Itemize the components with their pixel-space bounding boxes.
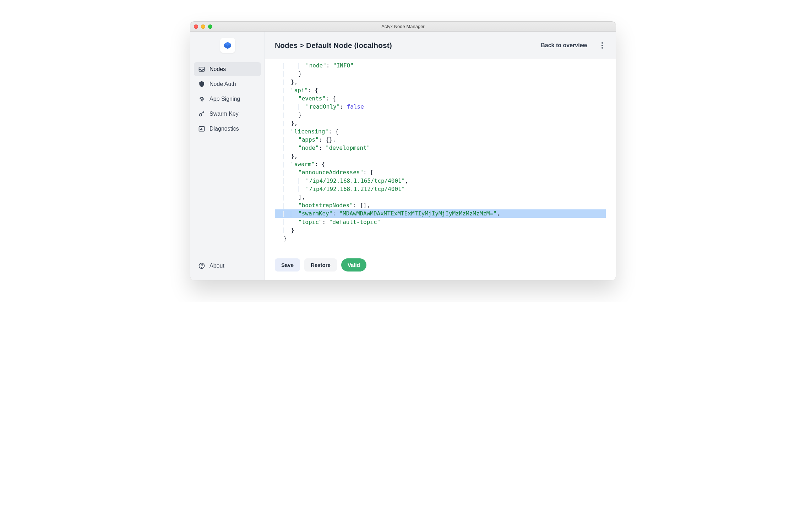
code-line[interactable]: "/ip4/192.168.1.165/tcp/4001",: [275, 177, 606, 185]
main: Nodes > Default Node (localhost) Back to…: [265, 32, 616, 280]
code-line[interactable]: "topic": "default-topic": [275, 218, 606, 226]
sidebar-item-about[interactable]: About: [194, 259, 261, 273]
logo-wrap: [194, 38, 261, 53]
code-line[interactable]: "apps": {},: [275, 136, 606, 144]
sidebar-item-swarm-key[interactable]: Swarm Key: [194, 107, 261, 121]
svg-point-1: [199, 114, 202, 116]
content: "node": "INFO"}},"api": {"events": {"rea…: [265, 59, 616, 280]
code-line[interactable]: "api": {: [275, 86, 606, 94]
code-line[interactable]: }: [275, 226, 606, 234]
sidebar-item-label: App Signing: [209, 96, 240, 102]
app-window: Actyx Node Manager NodesNode AuthApp Sig…: [190, 21, 616, 280]
code-line[interactable]: }: [275, 70, 606, 78]
code-line[interactable]: "licensing": {: [275, 127, 606, 136]
sidebar-item-label: Diagnostics: [209, 126, 239, 132]
app-body: NodesNode AuthApp SigningSwarm KeyDiagno…: [190, 32, 616, 280]
titlebar: Actyx Node Manager: [190, 22, 616, 32]
button-row: Save Restore Valid: [275, 258, 606, 272]
code-line[interactable]: "readOnly": false: [275, 103, 606, 111]
valid-badge: Valid: [341, 258, 366, 272]
code-line[interactable]: },: [275, 119, 606, 127]
sidebar-item-label: Node Auth: [209, 81, 236, 87]
header: Nodes > Default Node (localhost) Back to…: [265, 32, 616, 59]
header-right: Back to overview: [541, 42, 606, 49]
help-icon: [198, 262, 205, 269]
save-button[interactable]: Save: [275, 258, 300, 272]
sidebar-item-app-signing[interactable]: App Signing: [194, 92, 261, 106]
breadcrumb: Nodes > Default Node (localhost): [275, 41, 392, 50]
key-icon: [198, 110, 205, 117]
code-line[interactable]: "events": {: [275, 94, 606, 103]
inbox-icon: [198, 66, 205, 73]
shield-icon: [198, 81, 205, 88]
chart-icon: [198, 125, 205, 132]
code-line[interactable]: "swarmKey": "MDAwMDAwMDAxMTExMTExMTIyMjI…: [275, 209, 606, 218]
back-to-overview-link[interactable]: Back to overview: [541, 42, 587, 49]
actyx-logo-icon: [223, 41, 232, 50]
fingerprint-icon: [198, 95, 205, 103]
code-line[interactable]: "swarm": {: [275, 160, 606, 168]
sidebar-item-node-auth[interactable]: Node Auth: [194, 77, 261, 91]
code-line[interactable]: },: [275, 78, 606, 86]
code-line[interactable]: ],: [275, 193, 606, 201]
window-title: Actyx Node Manager: [190, 24, 616, 29]
sidebar-item-label: Nodes: [209, 66, 226, 72]
code-line[interactable]: }: [275, 111, 606, 119]
code-line[interactable]: "/ip4/192.168.1.212/tcp/4001": [275, 185, 606, 193]
sidebar-item-label: Swarm Key: [209, 111, 239, 117]
sidebar-item-nodes[interactable]: Nodes: [194, 62, 261, 76]
app-logo: [220, 38, 235, 53]
code-line[interactable]: },: [275, 152, 606, 160]
code-line[interactable]: "announceAddresses": [: [275, 168, 606, 176]
nav-spacer: [194, 136, 261, 259]
code-line[interactable]: }: [275, 234, 606, 242]
kebab-menu-icon[interactable]: [599, 42, 606, 49]
code-line[interactable]: "node": "INFO": [275, 61, 606, 70]
json-editor[interactable]: "node": "INFO"}},"api": {"events": {"rea…: [275, 59, 606, 252]
svg-point-4: [201, 267, 202, 268]
sidebar: NodesNode AuthApp SigningSwarm KeyDiagno…: [190, 32, 265, 280]
sidebar-item-label: About: [209, 263, 224, 269]
code-line[interactable]: "node": "development": [275, 144, 606, 152]
restore-button[interactable]: Restore: [304, 258, 337, 272]
code-line[interactable]: "bootstrapNodes": [],: [275, 201, 606, 209]
sidebar-item-diagnostics[interactable]: Diagnostics: [194, 122, 261, 136]
nav: NodesNode AuthApp SigningSwarm KeyDiagno…: [194, 62, 261, 136]
